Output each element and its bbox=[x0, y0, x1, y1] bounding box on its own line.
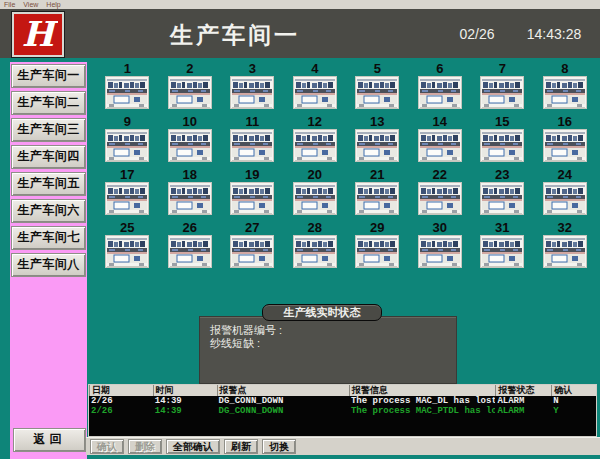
machine-cell-2[interactable]: 2 bbox=[168, 62, 212, 115]
knitting-machine-icon bbox=[293, 76, 337, 109]
sidebar-item-workshop-7[interactable]: 生产车间七 bbox=[11, 226, 86, 250]
machine-number: 17 bbox=[105, 168, 149, 182]
machine-cell-18[interactable]: 18 bbox=[168, 168, 212, 221]
alarm-cell-ack: N bbox=[551, 396, 596, 406]
knitting-machine-icon bbox=[543, 235, 587, 268]
app-header: H 生产车间一 02/26 14:43:28 bbox=[0, 9, 600, 58]
machine-cell-17[interactable]: 17 bbox=[105, 168, 149, 221]
machine-cell-8[interactable]: 8 bbox=[543, 62, 587, 115]
footer-button-bar: 确认删除全部确认刷新切换 bbox=[86, 437, 600, 455]
machine-cell-14[interactable]: 14 bbox=[418, 115, 462, 168]
machine-cell-23[interactable]: 23 bbox=[480, 168, 524, 221]
knitting-machine-icon bbox=[168, 76, 212, 109]
alarm-table-row[interactable]: 2/2614:39DG_CONN_DOWNThe process MAC_DL … bbox=[89, 396, 596, 406]
sidebar-item-workshop-3[interactable]: 生产车间三 bbox=[11, 118, 86, 142]
knitting-machine-icon bbox=[480, 76, 524, 109]
page-title: 生产车间一 bbox=[100, 20, 370, 51]
machine-cell-24[interactable]: 24 bbox=[543, 168, 587, 221]
machine-cell-26[interactable]: 26 bbox=[168, 221, 212, 274]
menu-item-help[interactable]: Help bbox=[46, 0, 60, 9]
alarm-cell-message: The process MAC_PTDL has lost its ... bbox=[349, 406, 495, 416]
machine-cell-9[interactable]: 9 bbox=[105, 115, 149, 168]
machine-cell-10[interactable]: 10 bbox=[168, 115, 212, 168]
switch-button[interactable]: 切换 bbox=[262, 439, 296, 454]
knitting-machine-icon bbox=[480, 129, 524, 162]
sidebar-item-workshop-1[interactable]: 生产车间一 bbox=[11, 64, 86, 88]
confirm-button[interactable]: 确认 bbox=[90, 439, 124, 454]
machine-cell-22[interactable]: 22 bbox=[418, 168, 462, 221]
machine-cell-3[interactable]: 3 bbox=[230, 62, 274, 115]
column-header-1: 时间 bbox=[153, 385, 217, 396]
alarm-cell-date: 2/26 bbox=[89, 406, 153, 416]
machine-cell-5[interactable]: 5 bbox=[355, 62, 399, 115]
machine-cell-31[interactable]: 31 bbox=[480, 221, 524, 274]
knitting-machine-icon bbox=[105, 235, 149, 268]
machine-cell-16[interactable]: 16 bbox=[543, 115, 587, 168]
machine-cell-21[interactable]: 21 bbox=[355, 168, 399, 221]
machine-number: 30 bbox=[418, 221, 462, 235]
machine-cell-11[interactable]: 11 bbox=[230, 115, 274, 168]
machine-cell-30[interactable]: 30 bbox=[418, 221, 462, 274]
machine-cell-7[interactable]: 7 bbox=[480, 62, 524, 115]
return-button[interactable]: 返回 bbox=[13, 428, 86, 452]
refresh-button[interactable]: 刷新 bbox=[224, 439, 258, 454]
company-logo: H bbox=[12, 12, 64, 57]
sidebar-item-workshop-4[interactable]: 生产车间四 bbox=[11, 145, 86, 169]
logo-h-icon: H bbox=[18, 16, 58, 54]
machine-number: 11 bbox=[230, 115, 274, 129]
confirm-all-button[interactable]: 全部确认 bbox=[166, 439, 220, 454]
alarm-cell-point: DG_CONN_DOWN bbox=[217, 406, 349, 416]
knitting-machine-icon bbox=[230, 182, 274, 215]
machine-cell-20[interactable]: 20 bbox=[293, 168, 337, 221]
yarn-shortage-label: 纱线短缺 : bbox=[210, 337, 456, 350]
sidebar-item-workshop-5[interactable]: 生产车间五 bbox=[11, 172, 86, 196]
alarm-table-header: 日期时间报警点报警信息报警状态确认 bbox=[89, 385, 596, 396]
machine-cell-15[interactable]: 15 bbox=[480, 115, 524, 168]
knitting-machine-icon bbox=[105, 76, 149, 109]
knitting-machine-icon bbox=[168, 235, 212, 268]
machine-number: 24 bbox=[543, 168, 587, 182]
menu-item-view[interactable]: View bbox=[23, 0, 38, 9]
machine-cell-6[interactable]: 6 bbox=[418, 62, 462, 115]
knitting-machine-icon bbox=[230, 76, 274, 109]
knitting-machine-icon bbox=[480, 182, 524, 215]
sidebar-item-workshop-2[interactable]: 生产车间二 bbox=[11, 91, 86, 115]
machine-number: 23 bbox=[480, 168, 524, 182]
machine-number: 10 bbox=[168, 115, 212, 129]
delete-button[interactable]: 删除 bbox=[128, 439, 162, 454]
machine-cell-4[interactable]: 4 bbox=[293, 62, 337, 115]
alarm-table-row[interactable]: 2/2614:39DG_CONN_DOWNThe process MAC_PTD… bbox=[89, 406, 596, 416]
machine-number: 4 bbox=[293, 62, 337, 76]
machine-cell-1[interactable]: 1 bbox=[105, 62, 149, 115]
machine-number: 2 bbox=[168, 62, 212, 76]
machine-number: 26 bbox=[168, 221, 212, 235]
machine-number: 18 bbox=[168, 168, 212, 182]
alarm-table: 日期时间报警点报警信息报警状态确认 2/2614:39DG_CONN_DOWNT… bbox=[88, 384, 597, 437]
machine-cell-25[interactable]: 25 bbox=[105, 221, 149, 274]
machine-cell-13[interactable]: 13 bbox=[355, 115, 399, 168]
alarm-machine-label: 报警机器编号 : bbox=[210, 324, 456, 337]
machine-number: 16 bbox=[543, 115, 587, 129]
machine-cell-29[interactable]: 29 bbox=[355, 221, 399, 274]
machine-cell-19[interactable]: 19 bbox=[230, 168, 274, 221]
machine-cell-28[interactable]: 28 bbox=[293, 221, 337, 274]
sidebar-item-workshop-8[interactable]: 生产车间八 bbox=[11, 253, 86, 277]
machine-number: 7 bbox=[480, 62, 524, 76]
alarm-cell-date: 2/26 bbox=[89, 396, 153, 406]
knitting-machine-icon bbox=[293, 182, 337, 215]
menu-item-file[interactable]: File bbox=[4, 0, 15, 9]
knitting-machine-icon bbox=[418, 76, 462, 109]
knitting-machine-icon bbox=[355, 235, 399, 268]
machine-cell-27[interactable]: 27 bbox=[230, 221, 274, 274]
sidebar-item-workshop-6[interactable]: 生产车间六 bbox=[11, 199, 86, 223]
column-header-4: 报警状态 bbox=[495, 385, 551, 396]
machine-cell-12[interactable]: 12 bbox=[293, 115, 337, 168]
knitting-machine-icon bbox=[418, 235, 462, 268]
machine-number: 15 bbox=[480, 115, 524, 129]
machine-cell-32[interactable]: 32 bbox=[543, 221, 587, 274]
hmi-screen: FileViewHelp H 生产车间一 02/26 14:43:28 生产车间… bbox=[0, 0, 600, 459]
knitting-machine-icon bbox=[105, 129, 149, 162]
machine-number: 27 bbox=[230, 221, 274, 235]
date-display: 02/26 bbox=[445, 26, 509, 42]
knitting-machine-icon bbox=[230, 235, 274, 268]
